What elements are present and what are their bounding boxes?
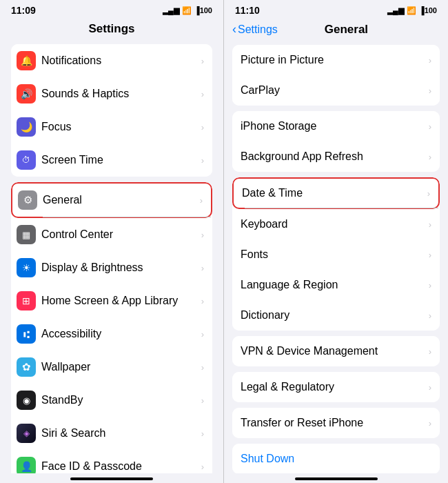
left-time: 11:09 [11, 5, 36, 16]
left-status-icons: ▂▄▆ 📶 ▐100 [163, 6, 212, 15]
homescreen-icon-wrap: ⊞ [11, 291, 41, 310]
screentime-icon: ⏱ [17, 150, 36, 170]
sidebar-item-controlcenter[interactable]: ▦ Control Center › [11, 218, 212, 251]
chevron-icon: › [427, 188, 430, 199]
right-section-4: VPN & Device Management › [232, 336, 440, 366]
iphoneStorage-label: iPhone Storage [241, 120, 429, 132]
notifications-icon: 🔔 [17, 51, 36, 70]
sidebar-item-sounds[interactable]: 🔊 Sounds & Haptics › [11, 77, 212, 110]
accessibility-icon-wrap: ⑆ [11, 324, 41, 344]
sidebar-item-wallpaper[interactable]: ✿ Wallpaper › [11, 351, 212, 384]
sidebar-item-general[interactable]: ⚙ General › [11, 182, 212, 218]
sidebar-item-siri[interactable]: ◈ Siri & Search › [11, 417, 212, 450]
bgRefresh-label: Background App Refresh [241, 150, 429, 163]
chevron-icon: › [201, 296, 204, 306]
homescreen-label: Home Screen & App Library [41, 295, 198, 307]
dictionary-label: Dictionary [241, 309, 429, 322]
chevron-icon: › [201, 428, 204, 439]
chevron-icon: › [201, 362, 204, 373]
pip-label: Picture in Picture [241, 54, 429, 66]
display-icon: ☀ [17, 258, 36, 277]
notifications-label: Notifications [41, 55, 198, 67]
sounds-icon-wrap: 🔊 [11, 84, 41, 103]
sounds-icon: 🔊 [17, 84, 36, 103]
right-item-language[interactable]: Language & Region › [232, 270, 440, 300]
notifications-icon-wrap: 🔔 [11, 51, 41, 70]
chevron-icon: › [429, 418, 431, 428]
right-item-iphoneStorage[interactable]: iPhone Storage › [232, 111, 440, 141]
settings-section-1: 🔔 Notifications › 🔊 Sounds & Haptics › 🌙… [11, 44, 212, 177]
chevron-icon: › [429, 310, 431, 321]
siri-icon-wrap: ◈ [11, 424, 41, 443]
controlcenter-icon: ▦ [17, 225, 36, 244]
chevron-icon: › [201, 56, 204, 66]
right-panel-title: General [325, 23, 368, 37]
right-item-carplay[interactable]: CarPlay › [232, 75, 440, 106]
settings-list: 🔔 Notifications › 🔊 Sounds & Haptics › 🌙… [0, 41, 223, 473]
screentime-icon-wrap: ⏱ [11, 150, 41, 170]
right-item-shutdown[interactable]: Shut Down [232, 444, 440, 473]
back-button[interactable]: ‹ Settings [232, 22, 278, 37]
right-item-keyboard[interactable]: Keyboard › [232, 209, 440, 239]
sidebar-item-notifications[interactable]: 🔔 Notifications › [11, 44, 212, 77]
siri-label: Siri & Search [41, 427, 198, 440]
vpn-label: VPN & Device Management [241, 345, 429, 357]
right-item-datetime[interactable]: Date & Time › [232, 177, 440, 209]
right-section-7: Shut Down [232, 444, 440, 473]
legal-label: Legal & Regulatory [241, 381, 429, 393]
general-icon-wrap: ⚙ [12, 190, 43, 210]
controlcenter-label: Control Center [41, 228, 198, 241]
chevron-icon: › [429, 346, 431, 357]
right-status-icons: ▂▄▆ 📶 ▐100 [387, 6, 437, 15]
chevron-icon: › [429, 152, 431, 162]
right-item-vpn[interactable]: VPN & Device Management › [232, 336, 440, 366]
right-item-pip[interactable]: Picture in Picture › [232, 45, 440, 75]
chevron-icon: › [201, 89, 204, 99]
sidebar-item-focus[interactable]: 🌙 Focus › [11, 110, 212, 144]
left-panel: 11:09 ▂▄▆ 📶 ▐100 Settings 🔔 Notification… [0, 0, 224, 483]
wallpaper-label: Wallpaper [41, 361, 198, 373]
right-item-fonts[interactable]: Fonts › [232, 239, 440, 270]
focus-label: Focus [41, 121, 198, 133]
right-item-transfer[interactable]: Transfer or Reset iPhone › [232, 408, 440, 438]
sidebar-item-homescreen[interactable]: ⊞ Home Screen & App Library › [11, 284, 212, 317]
left-status-bar: 11:09 ▂▄▆ 📶 ▐100 [0, 0, 223, 19]
sidebar-item-faceid[interactable]: 👤 Face ID & Passcode › [11, 450, 212, 473]
general-icon: ⚙ [18, 190, 37, 210]
signal-icon: ▂▄▆ [163, 6, 179, 15]
chevron-icon: › [201, 263, 204, 273]
settings-section-2: ⚙ General › ▦ Control Center › ☀ Display… [11, 182, 212, 473]
homescreen-icon: ⊞ [17, 291, 36, 310]
chevron-icon: › [201, 462, 204, 472]
wallpaper-icon: ✿ [17, 357, 36, 377]
chevron-icon: › [429, 86, 431, 96]
sidebar-item-standby[interactable]: ◉ StandBy › [11, 384, 212, 417]
focus-icon-wrap: 🌙 [11, 117, 41, 137]
right-section-2: iPhone Storage › Background App Refresh … [232, 111, 440, 172]
keyboard-label: Keyboard [241, 218, 429, 230]
sounds-label: Sounds & Haptics [41, 88, 198, 100]
battery-icon: ▐100 [194, 6, 212, 14]
right-item-legal[interactable]: Legal & Regulatory › [232, 372, 440, 402]
datetime-label: Date & Time [242, 187, 427, 199]
right-item-dictionary[interactable]: Dictionary › [232, 300, 440, 331]
right-section-5: Legal & Regulatory › [232, 372, 440, 402]
standby-label: StandBy [41, 394, 198, 406]
standby-icon-wrap: ◉ [11, 391, 41, 410]
chevron-icon: › [429, 250, 431, 260]
right-home-indicator [295, 477, 378, 480]
sidebar-item-screentime[interactable]: ⏱ Screen Time › [11, 144, 212, 177]
sidebar-item-display[interactable]: ☀ Display & Brightness › [11, 251, 212, 284]
chevron-icon: › [429, 382, 431, 393]
display-icon-wrap: ☀ [11, 258, 41, 277]
sidebar-item-accessibility[interactable]: ⑆ Accessibility › [11, 317, 212, 351]
right-item-bgRefresh[interactable]: Background App Refresh › [232, 141, 440, 172]
right-signal-icon: ▂▄▆ [387, 6, 404, 15]
right-section-3: Date & Time › Keyboard › Fonts › Languag… [232, 177, 440, 331]
chevron-icon: › [429, 219, 431, 230]
right-panel: 11:10 ▂▄▆ 📶 ▐100 ‹ Settings General Pict… [224, 0, 448, 483]
screentime-label: Screen Time [41, 154, 198, 166]
faceid-icon: 👤 [17, 457, 36, 473]
right-section-1: Picture in Picture › CarPlay › [232, 45, 440, 106]
right-settings-list: Picture in Picture › CarPlay › iPhone St… [224, 42, 448, 473]
